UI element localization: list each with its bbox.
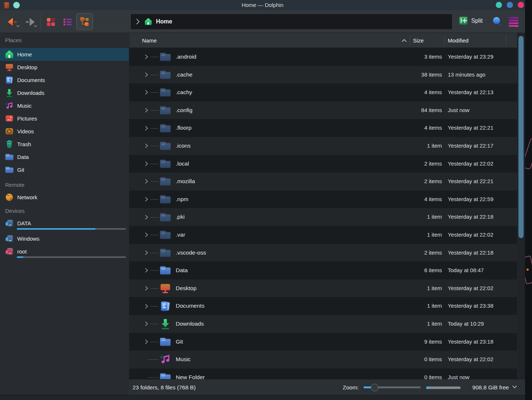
expand-chevron-icon[interactable] bbox=[145, 268, 148, 273]
sidebar-item-documents[interactable]: Documents bbox=[0, 74, 129, 86]
expand-chevron-icon[interactable] bbox=[145, 232, 148, 238]
search-button[interactable] bbox=[492, 16, 503, 29]
sidebar-item-network[interactable]: Network bbox=[0, 191, 129, 204]
file-row-dot-cache[interactable]: .cache38 items13 minutes ago bbox=[129, 66, 517, 84]
expand-chevron-icon[interactable] bbox=[145, 108, 148, 113]
chevron-down-icon bbox=[34, 25, 37, 27]
file-row-dot-pki[interactable]: .pki1 itemYesterday at 22:18 bbox=[129, 208, 517, 226]
expand-chevron-icon[interactable] bbox=[145, 197, 148, 202]
file-name[interactable]: .cachy bbox=[176, 84, 192, 101]
expand-chevron-icon[interactable] bbox=[145, 143, 148, 149]
icons-view-icon bbox=[46, 17, 56, 27]
icons-view-button[interactable] bbox=[43, 16, 59, 28]
expand-chevron-icon[interactable] bbox=[145, 339, 148, 344]
zoom-slider[interactable] bbox=[364, 386, 421, 388]
sidebar-item-root[interactable]: root bbox=[0, 245, 129, 260]
location-bar[interactable]: Home bbox=[130, 14, 453, 30]
sidebar-item-trash[interactable]: Trash bbox=[0, 138, 129, 151]
sidebar-item-git[interactable]: Git bbox=[0, 163, 129, 176]
close-button[interactable] bbox=[518, 2, 524, 8]
breadcrumb[interactable]: Home bbox=[156, 18, 172, 25]
tree-branch-line bbox=[150, 110, 159, 111]
file-row-documents[interactable]: Documents1 itemYesterday at 23:38 bbox=[129, 297, 517, 315]
file-row-dot-cachy[interactable]: .cachy4 itemsYesterday at 22:13 bbox=[129, 84, 517, 101]
file-name[interactable]: .mozilla bbox=[176, 173, 195, 190]
file-row-dot-floorp[interactable]: .floorp4 itemsYesterday at 22:21 bbox=[129, 119, 517, 137]
file-row-data[interactable]: Data6 itemsToday at 08:47 bbox=[129, 262, 517, 279]
expand-chevron-icon[interactable] bbox=[145, 303, 148, 309]
sidebar-item-downloads[interactable]: Downloads bbox=[0, 86, 129, 99]
file-row-dot-mozilla[interactable]: .mozilla2 itemsYesterday at 22:21 bbox=[129, 173, 517, 190]
file-name[interactable]: Music bbox=[176, 351, 190, 368]
file-name[interactable]: .icons bbox=[176, 137, 191, 155]
expand-chevron-icon[interactable] bbox=[145, 72, 148, 77]
file-name[interactable]: Documents bbox=[176, 297, 204, 315]
file-name[interactable]: .local bbox=[176, 155, 189, 173]
sidebar-item-windows[interactable]: Windows bbox=[0, 232, 129, 245]
menu-button[interactable] bbox=[509, 17, 518, 27]
sidebar-item-music[interactable]: Music bbox=[0, 99, 129, 112]
file-name[interactable]: Desktop bbox=[176, 279, 197, 297]
file-name[interactable]: Downloads bbox=[176, 315, 204, 333]
file-name[interactable]: .var bbox=[176, 226, 185, 244]
expand-chevron-icon[interactable] bbox=[145, 214, 148, 220]
file-row-desktop[interactable]: Desktop1 itemYesterday at 22:02 bbox=[129, 279, 517, 297]
scrollbar-track[interactable] bbox=[517, 33, 525, 379]
file-name[interactable]: .cache bbox=[176, 66, 193, 84]
file-row-downloads[interactable]: Downloads1 itemToday at 10:29 bbox=[129, 315, 517, 333]
folder-hidden-icon bbox=[159, 68, 171, 81]
expand-chevron-icon[interactable] bbox=[145, 161, 148, 166]
sidebar-item-label: root bbox=[17, 248, 27, 255]
scrollbar-thumb[interactable] bbox=[518, 36, 524, 238]
sidebar-item-desktop[interactable]: Desktop bbox=[0, 61, 129, 74]
tree-branch-line bbox=[150, 75, 159, 75]
sidebar-item-data[interactable]: DATA bbox=[0, 217, 129, 232]
forward-button[interactable] bbox=[22, 15, 38, 29]
file-row-dot-var[interactable]: .var1 itemYesterday at 22:02 bbox=[129, 226, 517, 244]
titlebar[interactable]: Home — Dolphin bbox=[0, 0, 525, 10]
file-row-dot-npm[interactable]: .npm4 itemsYesterday at 22:59 bbox=[129, 190, 517, 208]
split-button[interactable]: Split bbox=[458, 16, 483, 26]
expand-chevron-icon[interactable] bbox=[145, 54, 148, 60]
file-row-dot-config[interactable]: .config84 itemsJust now bbox=[129, 101, 517, 119]
file-name[interactable]: .android bbox=[176, 48, 196, 66]
file-name[interactable]: New Folder bbox=[176, 368, 205, 379]
file-name[interactable]: .npm bbox=[176, 190, 188, 208]
desktop-edge bbox=[525, 0, 532, 400]
expand-chevron-icon[interactable] bbox=[145, 321, 148, 327]
trash-icon bbox=[5, 140, 14, 149]
expand-chevron-icon[interactable] bbox=[145, 179, 148, 184]
expand-chevron-icon[interactable] bbox=[145, 90, 148, 95]
file-row-music[interactable]: Music0 itemsYesterday at 22:02 bbox=[129, 351, 517, 368]
column-header-modified[interactable]: Modified bbox=[448, 33, 469, 48]
sidebar-item-home[interactable]: Home bbox=[0, 48, 129, 61]
file-row-dot-icons[interactable]: .icons1 itemYesterday at 22:17 bbox=[129, 137, 517, 155]
chevron-down-icon[interactable] bbox=[512, 385, 517, 389]
file-row-dot-vscode-oss[interactable]: .vscode-oss2 itemsYesterday at 22:18 bbox=[129, 244, 517, 262]
file-name[interactable]: .pki bbox=[176, 208, 185, 226]
file-row-dot-android[interactable]: .android3 itemsYesterday at 23:29 bbox=[129, 48, 517, 66]
file-row-git[interactable]: Git9 itemsYesterday at 23:18 bbox=[129, 333, 517, 351]
sidebar-item-data[interactable]: Data bbox=[0, 151, 129, 163]
back-button[interactable] bbox=[4, 15, 21, 29]
file-row-new-folder[interactable]: New Folder0 itemsJust now bbox=[129, 368, 517, 379]
minimize-button[interactable] bbox=[496, 2, 502, 8]
maximize-button[interactable] bbox=[507, 2, 513, 8]
column-header-name[interactable]: Name bbox=[142, 33, 157, 48]
file-name[interactable]: Data bbox=[176, 262, 188, 279]
column-header-size[interactable]: Size bbox=[413, 33, 424, 48]
sidebar-item-pictures[interactable]: Pictures bbox=[0, 112, 129, 125]
compact-view-button[interactable] bbox=[60, 16, 75, 28]
file-row-dot-local[interactable]: .local2 itemsYesterday at 22:02 bbox=[129, 155, 517, 173]
file-name[interactable]: .config bbox=[176, 101, 193, 119]
file-name[interactable]: .floorp bbox=[176, 119, 191, 137]
zoom-slider-handle[interactable] bbox=[371, 384, 379, 391]
file-name[interactable]: Git bbox=[176, 333, 183, 351]
expand-chevron-icon[interactable] bbox=[145, 286, 148, 291]
file-name[interactable]: .vscode-oss bbox=[176, 244, 206, 262]
expand-chevron-icon[interactable] bbox=[145, 125, 148, 131]
home-icon bbox=[144, 18, 152, 26]
expand-chevron-icon[interactable] bbox=[145, 250, 148, 255]
details-view-button[interactable] bbox=[76, 13, 93, 30]
sidebar-item-videos[interactable]: Videos bbox=[0, 125, 129, 138]
